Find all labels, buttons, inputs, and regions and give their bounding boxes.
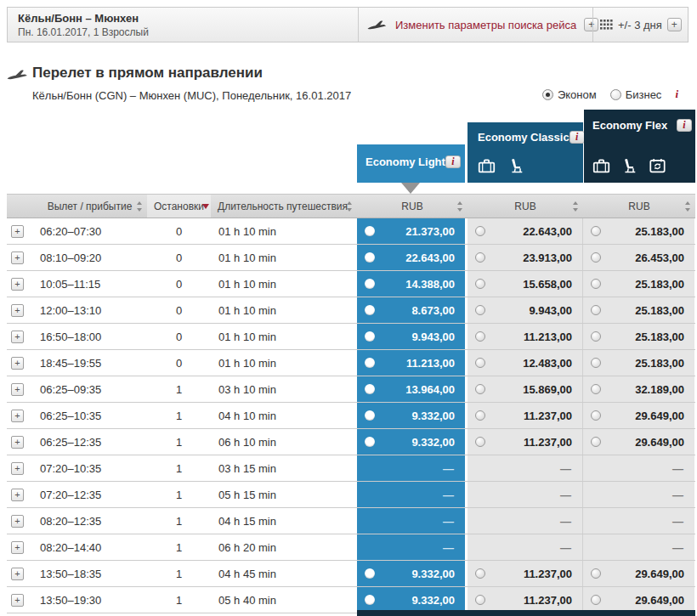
expand-row-button[interactable]: +	[11, 278, 24, 291]
price-economy-light[interactable]: 13.964,00	[357, 376, 465, 402]
price-economy-flex[interactable]: 29.649,00	[583, 587, 694, 613]
plus-minus-days-link[interactable]: +/- 3 дня	[618, 19, 662, 31]
fare-select-radio[interactable]	[365, 331, 375, 342]
expand-row-button[interactable]: +	[11, 304, 24, 317]
economy-radio[interactable]	[542, 89, 553, 100]
price-economy-flex[interactable]: 29.649,00	[583, 561, 694, 586]
active-sort-icon[interactable]	[202, 204, 209, 209]
fare-select-radio[interactable]	[475, 279, 485, 289]
expand-row-button[interactable]: +	[11, 331, 24, 343]
fare-select-radio[interactable]	[475, 252, 485, 263]
price-economy-light[interactable]: 22.643,00	[357, 245, 465, 270]
price-economy-classic[interactable]: 12.483,00	[468, 350, 583, 376]
price-economy-flex[interactable]: 25.183,00	[583, 271, 694, 297]
change-search-section[interactable]: Изменить параметры поиска рейса +	[358, 8, 592, 42]
expand-row-button[interactable]: +	[11, 410, 24, 422]
expand-row-button[interactable]: +	[11, 568, 24, 580]
fare-select-radio[interactable]	[365, 595, 375, 605]
fare-select-radio[interactable]	[591, 437, 601, 447]
price-economy-flex[interactable]: 25.183,00	[583, 218, 694, 244]
cabin-info-icon[interactable]: i	[675, 88, 678, 101]
sort-icon[interactable]	[456, 201, 464, 212]
price-economy-classic[interactable]: 11.237,00	[468, 587, 583, 613]
expand-row-button[interactable]: +	[11, 383, 24, 396]
price-economy-light[interactable]: 14.388,00	[357, 271, 465, 297]
fare-info-icon[interactable]: i	[677, 119, 692, 132]
price-economy-classic[interactable]: 9.943,00	[468, 297, 583, 323]
price-economy-classic[interactable]: 15.869,00	[468, 376, 583, 402]
fare-select-radio[interactable]	[365, 437, 375, 447]
fare-select-radio[interactable]	[475, 384, 485, 394]
fare-select-radio[interactable]	[591, 252, 601, 263]
fare-select-radio[interactable]	[365, 305, 375, 315]
price-economy-light[interactable]: 8.673,00	[357, 297, 465, 323]
price-economy-classic[interactable]: 22.643,00	[468, 218, 583, 244]
fare-select-radio[interactable]	[591, 384, 601, 394]
price-economy-flex[interactable]: 29.649,00	[583, 403, 694, 428]
expand-row-button[interactable]: +	[11, 436, 24, 449]
fare-select-radio[interactable]	[475, 595, 485, 605]
expand-row-button[interactable]: +	[11, 594, 24, 607]
expand-row-button[interactable]: +	[11, 489, 24, 501]
price-economy-light[interactable]: 11.213,00	[357, 350, 465, 376]
fare-select-radio[interactable]	[591, 279, 601, 289]
fare-select-radio[interactable]	[591, 358, 601, 368]
expand-cell: +	[7, 429, 32, 455]
fare-select-radio[interactable]	[475, 437, 485, 447]
fare-select-radio[interactable]	[475, 226, 485, 236]
fare-select-radio[interactable]	[591, 226, 601, 236]
fare-info-icon[interactable]: i	[445, 155, 461, 168]
expand-days-button[interactable]: +	[667, 18, 682, 31]
fare-select-radio[interactable]	[475, 305, 485, 315]
fare-info-icon[interactable]: i	[570, 131, 585, 144]
fare-select-radio[interactable]	[365, 226, 375, 236]
expand-row-button[interactable]: +	[11, 462, 24, 475]
expand-row-button[interactable]: +	[11, 251, 24, 264]
fare-select-radio[interactable]	[365, 279, 375, 289]
price-economy-classic[interactable]: 11.237,00	[468, 561, 583, 586]
price-economy-classic[interactable]: 11.237,00	[468, 403, 583, 428]
expand-row-button[interactable]: +	[11, 357, 24, 370]
fare-select-radio[interactable]	[591, 331, 601, 342]
fare-select-radio[interactable]	[365, 252, 375, 263]
price-economy-classic[interactable]: 23.913,00	[468, 245, 583, 270]
plus-minus-days-section[interactable]: +/- 3 дня +	[592, 8, 688, 42]
fare-select-radio[interactable]	[365, 384, 375, 394]
price-economy-flex[interactable]: 25.183,00	[583, 297, 694, 323]
fare-select-radio[interactable]	[591, 595, 601, 605]
business-radio[interactable]	[610, 89, 621, 100]
fare-select-radio[interactable]	[591, 568, 601, 579]
price-economy-flex[interactable]: 25.183,00	[583, 350, 694, 376]
price-economy-classic[interactable]: 15.658,00	[468, 271, 583, 297]
fare-select-radio[interactable]	[475, 410, 485, 421]
price-economy-flex[interactable]: 26.453,00	[583, 245, 694, 270]
price-economy-light[interactable]: 9.332,00	[357, 587, 465, 613]
price-economy-light[interactable]: 9.332,00	[357, 429, 465, 455]
expand-row-button[interactable]: +	[11, 515, 24, 528]
expand-row-button[interactable]: +	[11, 541, 24, 554]
price-economy-classic[interactable]: 11.237,00	[468, 429, 583, 455]
sort-icon[interactable]	[572, 201, 580, 212]
expand-row-button[interactable]: +	[11, 225, 24, 238]
price-economy-flex[interactable]: 25.183,00	[583, 324, 694, 349]
fare-select-radio[interactable]	[475, 331, 485, 342]
sort-icon[interactable]	[346, 201, 354, 212]
price-economy-flex[interactable]: 29.649,00	[583, 429, 694, 455]
sort-icon[interactable]	[136, 201, 144, 212]
price-economy-flex[interactable]: 32.189,00	[583, 376, 694, 402]
fare-select-radio[interactable]	[475, 568, 485, 579]
price-economy-classic[interactable]: 11.213,00	[468, 324, 583, 349]
fare-select-radio[interactable]	[591, 410, 601, 421]
price-economy-light[interactable]: 9.332,00	[357, 561, 465, 586]
price-economy-light[interactable]: 9.943,00	[357, 324, 465, 349]
fare-select-radio[interactable]	[365, 568, 375, 579]
sort-icon[interactable]	[684, 201, 692, 212]
flight-rows: +06:20–07:30001 h 10 min21.373,0022.643,…	[7, 218, 695, 613]
fare-select-radio[interactable]	[591, 305, 601, 315]
fare-select-radio[interactable]	[365, 358, 375, 368]
change-search-link[interactable]: Изменить параметры поиска рейса	[395, 19, 576, 31]
price-economy-light[interactable]: 9.332,00	[357, 403, 465, 428]
fare-select-radio[interactable]	[475, 358, 485, 368]
price-economy-light[interactable]: 21.373,00	[357, 218, 465, 244]
fare-select-radio[interactable]	[365, 410, 375, 421]
